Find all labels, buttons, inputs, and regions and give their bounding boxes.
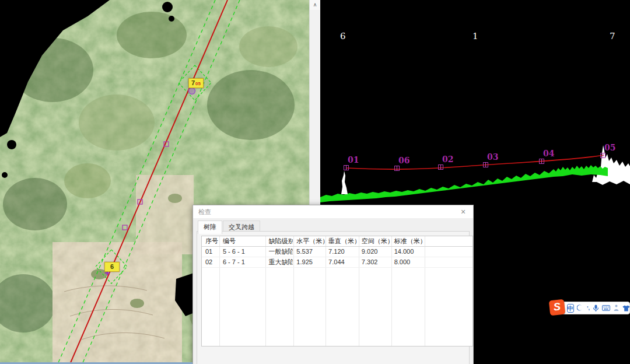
table-cell: 7.120 bbox=[325, 247, 358, 257]
span-marker[interactable] bbox=[438, 164, 443, 170]
tower-tag[interactable]: 705 bbox=[188, 78, 204, 88]
span-marker[interactable] bbox=[539, 159, 544, 164]
tab-tree-obstacle[interactable]: 树障 bbox=[198, 220, 222, 234]
span-marker-label: 04 bbox=[543, 149, 554, 158]
column-header[interactable] bbox=[424, 236, 473, 246]
span-marker[interactable] bbox=[483, 162, 488, 167]
table-cell: 重大缺陷 bbox=[265, 257, 293, 267]
microphone-icon[interactable] bbox=[593, 304, 599, 312]
tower-number-label: 1 bbox=[473, 31, 478, 41]
span-marker[interactable] bbox=[344, 165, 349, 170]
table-cell: 5.537 bbox=[293, 247, 325, 257]
tower-number: 6 bbox=[110, 263, 114, 270]
tower6-pointcloud bbox=[341, 171, 348, 194]
span-marker[interactable] bbox=[394, 166, 400, 171]
table-cell: 一般缺陷 bbox=[265, 247, 293, 257]
table-cell: 02 bbox=[202, 257, 219, 267]
table-cell: 7.044 bbox=[325, 257, 358, 267]
span-marker-label: 02 bbox=[442, 155, 453, 164]
inspection-dialog: 检查 × 树障交叉跨越 序号编号缺陷级别水平（米）垂直（米）空间（米）标准（米）… bbox=[192, 205, 474, 364]
defect-table[interactable]: 序号编号缺陷级别水平（米）垂直（米）空间（米）标准（米）015 - 6 - 1一… bbox=[201, 236, 473, 346]
span-marker-label: 05 bbox=[604, 143, 615, 152]
table-cell: 1.925 bbox=[293, 257, 325, 267]
column-header[interactable]: 编号 bbox=[219, 236, 265, 246]
table-cell bbox=[424, 257, 473, 267]
tower-tag-accent: 05 bbox=[195, 81, 201, 86]
table-row[interactable]: 015 - 6 - 1一般缺陷5.5377.1209.02014.000 bbox=[202, 247, 473, 257]
column-header[interactable]: 水平（米） bbox=[293, 236, 325, 246]
vegetation-profile bbox=[320, 165, 608, 202]
tower-number-label: 6 bbox=[340, 31, 346, 41]
sogou-logo-icon[interactable]: S bbox=[549, 299, 566, 316]
column-header[interactable]: 垂直（米） bbox=[325, 236, 358, 246]
tower-tag[interactable]: 6 bbox=[104, 262, 120, 272]
ime-pill: 中 ’, bbox=[558, 302, 630, 314]
app-window: { "map_panel": { "tower_markers": [ {"te… bbox=[0, 0, 630, 364]
close-icon[interactable]: × bbox=[458, 206, 468, 217]
table-row[interactable]: 026 - 7 - 1重大缺陷1.9257.0447.3028.000 bbox=[202, 257, 473, 268]
table-cell: 7.302 bbox=[358, 257, 391, 267]
table-cell: 5 - 6 - 1 bbox=[219, 247, 265, 257]
fullwidth-moon-icon[interactable] bbox=[577, 304, 584, 312]
column-header[interactable]: 标准（米） bbox=[391, 236, 424, 246]
column-header[interactable]: 缺陷级别 bbox=[265, 236, 293, 246]
table-cell bbox=[424, 247, 473, 257]
tower-number: 7 bbox=[191, 79, 195, 86]
scroll-up-arrow-icon[interactable]: ∧ bbox=[310, 0, 320, 10]
tab-page: 序号编号缺陷级别水平（米）垂直（米）空间（米）标准（米）015 - 6 - 1一… bbox=[197, 231, 470, 364]
span-marker-label: 06 bbox=[398, 156, 410, 165]
ime-toolbar: S 中 ’, bbox=[550, 300, 630, 316]
tower-number-label: 7 bbox=[610, 31, 615, 41]
column-header[interactable]: 序号 bbox=[202, 236, 219, 246]
table-cell: 14.000 bbox=[391, 247, 424, 257]
lang-toggle-icon[interactable]: 中 bbox=[567, 304, 574, 313]
table-cell: 6 - 7 - 1 bbox=[219, 257, 265, 267]
soft-keyboard-icon[interactable] bbox=[602, 305, 610, 311]
dialog-titlebar[interactable]: 检查 × bbox=[193, 205, 473, 218]
table-header-row: 序号编号缺陷级别水平（米）垂直（米）空间（米）标准（米） bbox=[202, 236, 473, 247]
handwriting-person-icon[interactable] bbox=[613, 304, 620, 312]
span-marker-label: 03 bbox=[487, 152, 498, 162]
column-header[interactable]: 空间（米） bbox=[358, 236, 391, 246]
span-marker[interactable] bbox=[600, 153, 606, 158]
skin-shirt-icon[interactable] bbox=[622, 305, 630, 312]
conductor-line bbox=[346, 155, 604, 169]
table-cell: 8.000 bbox=[391, 257, 424, 267]
table-cell: 01 bbox=[202, 247, 219, 257]
span-marker-label: 01 bbox=[348, 155, 359, 164]
punctuation-icon[interactable]: ’, bbox=[587, 302, 590, 314]
dialog-title: 检查 bbox=[198, 208, 211, 216]
table-cell: 9.020 bbox=[358, 247, 391, 257]
